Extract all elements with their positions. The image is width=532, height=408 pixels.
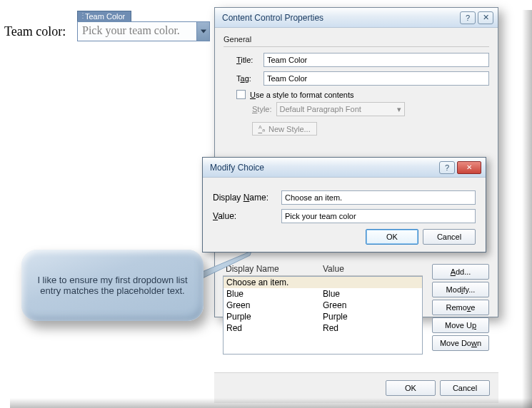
list-item-value: Purple <box>323 312 419 322</box>
list-item-name: Blue <box>226 289 323 299</box>
dialog-titlebar[interactable]: Content Control Properties ? ✕ <box>215 8 498 28</box>
list-item[interactable]: Green Green <box>224 300 422 311</box>
list-item-name: Purple <box>226 312 323 322</box>
document-field-label: Team color: <box>4 24 66 39</box>
modify-button[interactable]: Modify... <box>432 282 489 297</box>
list-item[interactable]: Blue Blue <box>224 288 422 300</box>
value-label: Value: <box>213 211 281 221</box>
list-box[interactable]: Choose an item. Blue Blue Green Green Pu… <box>223 276 423 355</box>
tag-field[interactable] <box>264 71 489 86</box>
content-control-placeholder: Pick your team color. <box>78 22 196 41</box>
modify-choice-dialog: Modify Choice ? ✕ Display Name: Value: O… <box>202 157 486 253</box>
content-control-body[interactable]: Pick your team color. <box>77 21 210 41</box>
dialog-titlebar[interactable]: Modify Choice ? ✕ <box>203 158 486 178</box>
help-icon[interactable]: ? <box>460 11 476 24</box>
add-button[interactable]: Add... <box>432 264 489 280</box>
style-label: Style: <box>252 105 272 113</box>
list-item-value: Green <box>323 300 419 310</box>
content-control-tab[interactable]: Team Color <box>77 11 131 21</box>
list-header-value: Value <box>323 264 420 274</box>
display-name-field[interactable] <box>281 190 476 205</box>
list-item-name: Red <box>226 323 323 333</box>
use-style-label: Use a style to format contents <box>250 91 354 99</box>
chevron-down-icon[interactable] <box>196 22 209 41</box>
list-item[interactable]: Purple Purple <box>224 311 422 322</box>
chevron-down-icon: ▾ <box>397 105 401 114</box>
list-item-value: Red <box>323 323 419 333</box>
list-item-name: Green <box>226 300 323 310</box>
move-down-button[interactable]: Move Down <box>432 335 489 351</box>
style-icon: ᴬ̲ₐ <box>259 124 265 133</box>
content-control[interactable]: Team Color Pick your team color. <box>77 11 210 41</box>
value-field[interactable] <box>281 209 476 223</box>
close-icon[interactable]: ✕ <box>478 11 493 24</box>
new-style-button: ᴬ̲ₐ New Style... <box>252 122 317 136</box>
title-field[interactable] <box>264 53 489 67</box>
list-item-value <box>323 277 419 287</box>
group-general-label: General <box>224 35 489 44</box>
use-style-checkbox[interactable] <box>236 90 246 99</box>
title-field-label: Title: <box>236 56 264 64</box>
new-style-label: New Style... <box>268 125 311 133</box>
help-icon[interactable]: ? <box>439 161 455 174</box>
dialog-bottom-buttons: OK Cancel <box>214 372 498 403</box>
remove-button[interactable]: Remove <box>432 300 489 315</box>
list-item[interactable]: Red Red <box>224 322 422 334</box>
page-shadow <box>522 10 532 408</box>
dialog-title: Modify Choice <box>210 163 264 173</box>
move-up-button[interactable]: Move Up <box>432 317 489 333</box>
style-value: Default Paragraph Font <box>280 105 361 113</box>
ok-button[interactable]: OK <box>366 229 418 245</box>
ok-button[interactable]: OK <box>386 380 436 396</box>
list-side-buttons: Add... Modify... Remove Move Up Move Dow… <box>432 264 489 351</box>
style-dropdown: Default Paragraph Font ▾ <box>276 102 405 116</box>
display-name-label: Display Name: <box>213 193 281 203</box>
dialog-title: Content Control Properties <box>222 13 323 23</box>
list-item-value: Blue <box>323 289 419 299</box>
cancel-button[interactable]: Cancel <box>440 380 490 396</box>
cancel-button[interactable]: Cancel <box>423 229 476 245</box>
close-icon[interactable]: ✕ <box>457 161 481 174</box>
callout-text: I like to ensure my first dropdown list … <box>37 275 188 296</box>
tag-field-label: Tag: <box>236 74 264 83</box>
separator <box>224 46 489 47</box>
callout: I like to ensure my first dropdown list … <box>21 250 204 321</box>
